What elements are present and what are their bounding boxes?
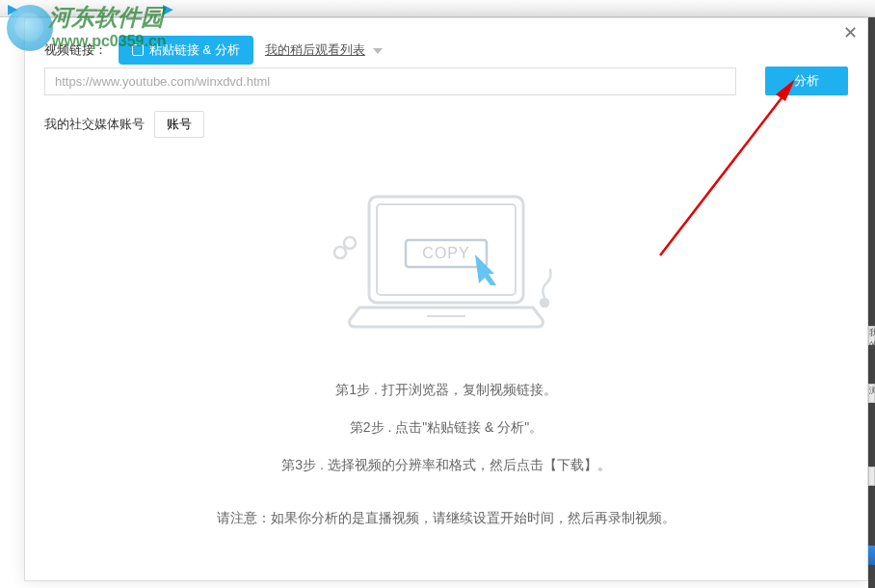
step-3-text: 第3步 . 选择视频的分辨率和格式，然后点击【下载】。 <box>25 446 867 484</box>
bg-icon-2: ▶ <box>163 1 173 16</box>
right-edge-label-1: 我的 <box>868 326 875 345</box>
blue-bottom-bar <box>868 546 875 565</box>
header-row: 视频链接： 粘贴链接 & 分析 我的稍后观看列表 <box>44 36 848 65</box>
svg-point-8 <box>541 299 548 307</box>
paste-analyze-label: 粘贴链接 & 分析 <box>149 41 240 59</box>
account-row: 我的社交媒体账号 账号 <box>44 111 204 138</box>
watch-later-label: 我的稍后观看列表 <box>265 42 365 57</box>
step-1-text: 第1步 . 打开浏览器，复制视频链接。 <box>25 371 867 409</box>
account-button[interactable]: 账号 <box>154 111 204 138</box>
chevron-down-icon <box>373 48 383 54</box>
laptop-illustration: COPY <box>321 187 571 341</box>
step-2-text: 第2步 . 点击"粘贴链接 & 分析"。 <box>25 409 867 446</box>
video-link-label: 视频链接： <box>44 41 107 59</box>
steps-container: 第1步 . 打开浏览器，复制视频链接。 第2步 . 点击"粘贴链接 & 分析"。… <box>25 371 867 485</box>
paste-analyze-button[interactable]: 粘贴链接 & 分析 <box>119 36 253 65</box>
url-input[interactable] <box>44 67 736 95</box>
watch-later-link[interactable]: 我的稍后观看列表 <box>265 41 383 59</box>
svg-text:COPY: COPY <box>422 245 469 261</box>
right-edge-label-2: 浏 <box>868 384 875 403</box>
notice-text: 请注意：如果你分析的是直播视频，请继续设置开始时间，然后再录制视频。 <box>25 510 867 527</box>
analyze-button[interactable]: 分析 <box>765 67 848 95</box>
main-dialog: ✕ 视频链接： 粘贴链接 & 分析 我的稍后观看列表 分析 我的社交媒体账号 账… <box>24 17 868 581</box>
paste-icon <box>132 44 144 56</box>
social-account-label: 我的社交媒体账号 <box>44 116 145 133</box>
url-row: 分析 <box>44 67 848 95</box>
right-edge-bg <box>868 17 875 588</box>
background-toolbar: ▶ ▶ <box>0 0 875 17</box>
svg-line-7 <box>344 247 346 249</box>
right-edge-label-3 <box>868 467 875 486</box>
bg-icon-1: ▶ <box>8 1 18 16</box>
